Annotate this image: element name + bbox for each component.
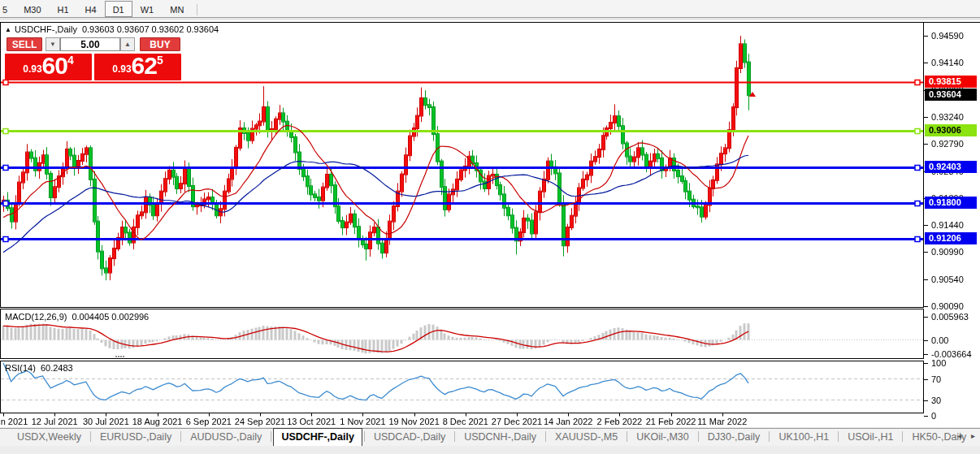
buy-button[interactable]: BUY xyxy=(140,37,180,51)
sell-button[interactable]: SELL xyxy=(7,37,42,51)
y-axis-label: 0.90990 xyxy=(931,246,964,257)
date-axis-label: 19 Nov 2021 xyxy=(388,416,439,427)
tab-scroll-right-icon[interactable]: ▸ xyxy=(971,431,975,440)
chart-tab-usdchf-daily[interactable]: USDCHF-,Daily xyxy=(273,428,362,446)
date-axis-label: 21 Feb 2022 xyxy=(646,416,696,427)
y-axis-label: 0.90540 xyxy=(931,274,964,285)
chart-tab-dj30-daily[interactable]: DJ30-,Daily xyxy=(700,429,768,446)
date-axis-label: 11 Mar 2022 xyxy=(697,416,747,427)
volume-increase-button[interactable]: ▲ xyxy=(120,37,135,51)
rsi-label: RSI(14) xyxy=(5,363,36,373)
chart-tab-eurusd-daily[interactable]: EURUSD-,Daily xyxy=(93,429,179,446)
collapse-chart-icon[interactable]: ▲ xyxy=(5,26,11,33)
y-axis-label: 0.93240 xyxy=(931,111,964,123)
date-axis-label: 23 Jun 2021 xyxy=(0,416,28,427)
date-axis-label: 14 Jan 2022 xyxy=(544,416,593,427)
chart-tab-ukoil-m30[interactable]: UKOil-,M30 xyxy=(629,429,696,446)
date-axis-label: 27 Dec 2021 xyxy=(492,416,542,427)
buy-price-sup: 5 xyxy=(157,54,163,67)
mt4-window: 5M30H1H4D1W1MN ▲USDCHF-,Daily0.93603 0.9… xyxy=(0,0,980,454)
date-axis-label: 30 Jul 2021 xyxy=(83,416,129,427)
buy-price-big: 62 xyxy=(132,54,157,79)
buy-price-prefix: 0.93 xyxy=(112,63,131,75)
chart-tab-audusd-daily[interactable]: AUDUSD-,Daily xyxy=(183,429,269,446)
y-axis-label: 0.94140 xyxy=(931,57,964,68)
chart-tab-usdx-weekly[interactable]: USDX,Weekly xyxy=(10,429,89,446)
tab-separator xyxy=(271,431,271,442)
level-price-label: 0.93815 xyxy=(925,76,977,88)
tab-separator xyxy=(454,431,455,442)
rsi-pane-header: RSI(14)60.2483 xyxy=(5,363,73,373)
tab-scroll-left-icon[interactable]: ◂ xyxy=(957,431,961,440)
macd-axis-label: 0.00 xyxy=(931,335,948,346)
current-price-label: 0.93604 xyxy=(925,89,977,101)
chart-tab-xauusd-m5[interactable]: XAUUSD-,M5 xyxy=(548,429,625,446)
one-click-trade-panel: SELL ▼ ▲ BUY 0.93604 0.93625 xyxy=(5,37,182,81)
date-axis-label: 6 Sep 2021 xyxy=(186,416,232,427)
date-axis-label: 12 Jul 2021 xyxy=(32,416,78,427)
level-price-label: 0.92403 xyxy=(925,161,977,173)
tab-separator xyxy=(364,431,365,442)
ohlc-values: 0.93603 0.93607 0.93602 0.93604 xyxy=(82,24,219,34)
date-axis-label: 8 Dec 2021 xyxy=(443,416,488,427)
chart-tab-usdcad-daily[interactable]: USDCAD-,Daily xyxy=(366,429,453,446)
tab-separator xyxy=(769,431,770,442)
sell-price-display[interactable]: 0.93604 xyxy=(5,54,92,80)
rsi-axis-label: 70 xyxy=(931,374,941,385)
level-price-label: 0.91800 xyxy=(925,197,977,209)
chart-ohlc-title: ▲USDCHF-,Daily0.93603 0.93607 0.93602 0.… xyxy=(5,24,219,34)
tab-separator xyxy=(902,431,903,442)
tab-separator xyxy=(838,431,839,442)
date-axis-label: 1 Nov 2021 xyxy=(340,416,385,427)
tab-scroll-arrows: ◂ ▸ xyxy=(950,431,975,440)
volume-input[interactable] xyxy=(60,37,120,51)
buy-price-display[interactable]: 0.93625 xyxy=(94,54,181,80)
chart-tab-usdcnh-daily[interactable]: USDCNH-,Daily xyxy=(457,429,544,446)
y-axis-label: 0.90090 xyxy=(931,301,964,312)
sell-price-prefix: 0.93 xyxy=(23,63,41,75)
chart-symbol-label: USDCHF-,Daily xyxy=(15,24,77,34)
tab-separator xyxy=(698,431,699,442)
date-axis-label: 2 Feb 2022 xyxy=(597,416,643,427)
level-price-label: 0.93006 xyxy=(925,124,977,136)
macd-values: 0.004405 0.002996 xyxy=(72,312,149,322)
macd-axis-label: 0.005963 xyxy=(931,311,969,322)
date-axis-label: 18 Aug 2021 xyxy=(132,416,183,427)
date-axis-label: 24 Sep 2021 xyxy=(235,416,285,427)
rsi-value: 60.2483 xyxy=(41,363,73,373)
sell-price-big: 60 xyxy=(42,54,67,79)
tab-separator xyxy=(180,431,181,442)
tab-separator xyxy=(90,431,91,442)
chart-tab-bar: USDX,WeeklyEURUSD-,DailyAUDUSD-,DailyUSD… xyxy=(0,428,980,446)
level-price-label: 0.91206 xyxy=(925,232,977,244)
rsi-axis-label: 100 xyxy=(931,357,946,369)
macd-pane-header: MACD(12,26,9)0.004405 0.002996 xyxy=(5,312,149,322)
y-axis-label: 0.94590 xyxy=(931,30,964,41)
chart-tab-usoil-h1[interactable]: USOil-,H1 xyxy=(840,429,900,446)
y-axis-label: 0.91440 xyxy=(931,219,964,231)
volume-decrease-button[interactable]: ▼ xyxy=(46,37,60,51)
chart-tab-uk100-h1[interactable]: UK100-,H1 xyxy=(771,429,836,446)
tab-separator xyxy=(545,431,546,442)
sell-price-sup: 4 xyxy=(67,54,74,67)
macd-label: MACD(12,26,9) xyxy=(5,312,67,322)
tab-separator xyxy=(627,431,627,442)
rsi-axis-label: 0 xyxy=(931,410,936,422)
y-axis-label: 0.92790 xyxy=(931,138,964,149)
rsi-axis-label: 30 xyxy=(931,395,941,406)
date-axis-label: 13 Oct 2021 xyxy=(287,416,336,427)
